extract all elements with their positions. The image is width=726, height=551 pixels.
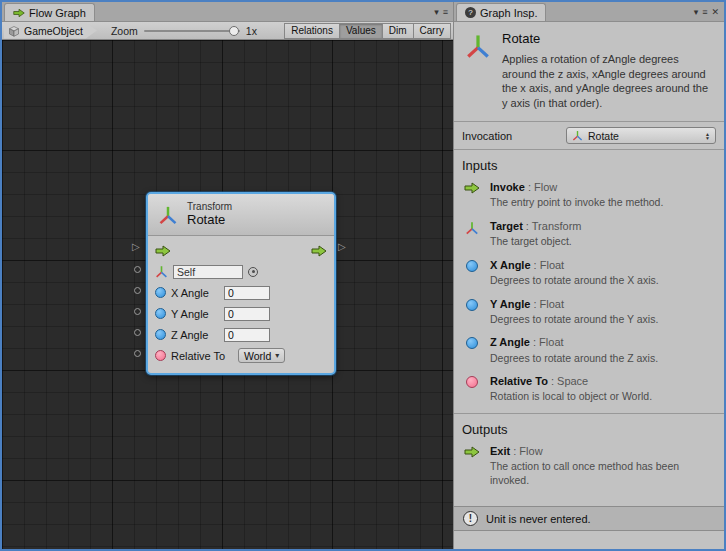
tab-flow-graph[interactable]: Flow Graph: [4, 3, 95, 21]
input-item-target: Target : Transform The target object.: [454, 217, 724, 256]
port-name: Z Angle: [490, 336, 530, 348]
pane-caret-icon[interactable]: ▾: [694, 8, 699, 17]
zoom-label: Zoom: [111, 25, 138, 37]
z-angle-port-icon[interactable]: [155, 329, 166, 340]
invocation-row: Invocation Rotate ▲ ▼: [454, 122, 724, 150]
port-type: Space: [557, 375, 588, 387]
relative-to-value: World: [244, 350, 271, 362]
flow-graph-pane: Flow Graph ▾ ≡ GameObject Zoom 1x: [2, 2, 454, 549]
tab-flow-graph-label: Flow Graph: [29, 7, 86, 19]
z-angle-port-connector-icon[interactable]: [134, 329, 141, 336]
breadcrumb-gameobject[interactable]: GameObject: [4, 23, 97, 39]
outputs-header: Outputs: [454, 413, 724, 442]
x-angle-port-connector-icon[interactable]: [134, 287, 141, 294]
warning-icon: !: [463, 511, 478, 526]
separator: :: [523, 220, 532, 232]
self-field[interactable]: [173, 265, 243, 279]
rotate-node-wrapper: ▷ Transf: [130, 192, 352, 375]
transform-axes-icon: [572, 130, 583, 141]
port-description: Degrees to rotate around the Z axis.: [490, 352, 658, 366]
relations-button[interactable]: Relations: [284, 23, 340, 39]
rotate-node[interactable]: Transform Rotate: [146, 192, 336, 375]
rotate-node-header[interactable]: Transform Rotate: [148, 194, 334, 236]
relative-to-port-connector-icon[interactable]: [134, 350, 141, 357]
node-title: Rotate: [187, 213, 232, 228]
invocation-dropdown[interactable]: Rotate ▲ ▼: [566, 127, 716, 144]
bottom-strip: [454, 531, 724, 549]
exit-flow-port-icon[interactable]: [311, 245, 327, 257]
pane-menu-icon[interactable]: ≡: [443, 8, 448, 17]
graph-inspector-body: Rotate Applies a rotation of zAngle degr…: [454, 22, 724, 549]
dropdown-spinner-icon: ▲ ▼: [705, 132, 710, 140]
separator: :: [530, 336, 539, 348]
flow-port-icon: [462, 445, 482, 487]
flow-graph-tabbar: Flow Graph ▾ ≡: [2, 2, 453, 22]
values-button[interactable]: Values: [339, 23, 383, 39]
inputs-header: Inputs: [454, 150, 724, 178]
enum-port-icon: [462, 375, 482, 404]
unit-summary: Rotate Applies a rotation of zAngle degr…: [454, 22, 724, 122]
target-port-connector-icon[interactable]: [134, 266, 141, 273]
graph-inspector-pane: ? Graph Insp. ▾ ≡ ✕ Rot: [454, 2, 724, 549]
input-item-invoke: Invoke : Flow The entry point to invoke …: [454, 178, 724, 217]
dim-button[interactable]: Dim: [382, 23, 414, 39]
y-angle-port-connector-icon[interactable]: [134, 308, 141, 315]
float-port-icon: [462, 259, 482, 288]
pane-menu-icon[interactable]: ≡: [702, 8, 707, 17]
separator: :: [510, 445, 519, 457]
x-angle-port-icon[interactable]: [155, 287, 166, 298]
unity-window: Flow Graph ▾ ≡ GameObject Zoom 1x: [0, 0, 726, 551]
unit-description: Applies a rotation of zAngle degrees aro…: [502, 52, 714, 110]
x-angle-input[interactable]: [224, 286, 270, 300]
carry-button[interactable]: Carry: [413, 23, 451, 39]
port-name: Exit: [490, 445, 510, 457]
float-port-icon: [462, 298, 482, 327]
z-angle-input[interactable]: [224, 328, 270, 342]
node-body: X Angle Y Angle Z Angle: [148, 236, 334, 373]
relative-to-port-icon[interactable]: [155, 350, 166, 361]
pane-caret-icon[interactable]: ▾: [434, 8, 439, 17]
y-angle-port-row: Y Angle: [155, 303, 327, 324]
node-right-rail: ▷: [336, 192, 352, 375]
flow-graph-pane-controls: ▾ ≡: [434, 8, 453, 21]
tab-graph-inspector[interactable]: ? Graph Insp.: [456, 3, 546, 21]
node-titles: Transform Rotate: [187, 201, 232, 227]
input-item-x-angle: X Angle : Float Degrees to rotate around…: [454, 256, 724, 295]
port-name: Y Angle: [490, 298, 530, 310]
x-angle-label: X Angle: [171, 287, 219, 299]
separator: :: [525, 181, 534, 193]
relative-to-dropdown[interactable]: World ▾: [238, 348, 285, 363]
port-name: Relative To: [490, 375, 548, 387]
rotate-unit-icon-wrap: [462, 31, 494, 110]
invoke-port-connector-icon[interactable]: ▷: [132, 242, 140, 252]
port-description: Degrees to rotate around the Y axis.: [490, 313, 658, 327]
invocation-value: Rotate: [588, 130, 619, 142]
separator: :: [531, 259, 540, 271]
invoke-flow-port-icon[interactable]: [155, 245, 171, 257]
target-transform-port-icon[interactable]: [155, 265, 168, 278]
y-angle-port-icon[interactable]: [155, 308, 166, 319]
flow-graph-icon: [13, 8, 25, 18]
zoom-slider-thumb[interactable]: [229, 26, 239, 36]
y-angle-input[interactable]: [224, 307, 270, 321]
exit-port-connector-icon[interactable]: ▷: [338, 242, 346, 252]
flow-port-icon: [462, 181, 482, 210]
input-item-z-angle: Z Angle : Float Degrees to rotate around…: [454, 333, 724, 372]
object-picker-icon[interactable]: [248, 267, 258, 277]
graph-inspector-tabbar: ? Graph Insp. ▾ ≡ ✕: [454, 2, 724, 22]
unit-summary-text: Rotate Applies a rotation of zAngle degr…: [502, 31, 714, 110]
zoom-slider[interactable]: [144, 30, 240, 32]
graph-canvas[interactable]: ▷ Transf: [2, 40, 453, 549]
relative-to-port-row: Relative To World ▾: [155, 345, 327, 366]
port-description: Rotation is local to object or World.: [490, 390, 652, 404]
tab-graph-inspector-label: Graph Insp.: [480, 7, 537, 19]
port-type: Flow: [534, 181, 557, 193]
zoom-value: 1x: [246, 25, 257, 37]
transform-axes-icon: [158, 205, 178, 225]
port-description: Degrees to rotate around the X axis.: [490, 274, 659, 288]
target-port-row: [155, 261, 327, 282]
warning-bar: ! Unit is never entered.: [454, 506, 724, 531]
close-icon[interactable]: ✕: [711, 8, 719, 17]
warning-text: Unit is never entered.: [486, 513, 591, 525]
input-item-y-angle: Y Angle : Float Degrees to rotate around…: [454, 295, 724, 334]
